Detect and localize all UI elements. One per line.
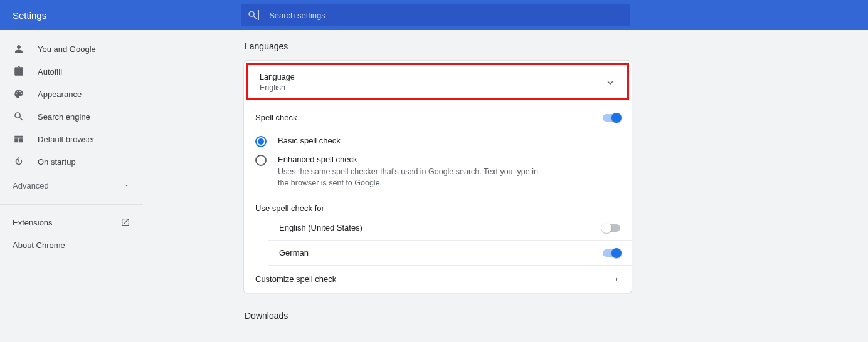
- chevron-right-icon: [613, 276, 620, 283]
- radio-icon: [255, 136, 267, 147]
- sidebar-item-default-browser[interactable]: Default browser: [0, 128, 143, 150]
- palette-icon: [13, 88, 25, 100]
- sidebar-item-label: Appearance: [38, 90, 82, 99]
- spellcheck-lang-row: English (United States): [268, 215, 632, 241]
- sidebar: You and Google Autofill Appearance Searc…: [0, 30, 143, 342]
- search-input[interactable]: [269, 11, 623, 20]
- spellcheck-lang-toggle[interactable]: [603, 249, 620, 257]
- advanced-label: Advanced: [13, 181, 49, 190]
- spellcheck-toggle[interactable]: [603, 114, 620, 122]
- sidebar-item-appearance[interactable]: Appearance: [0, 83, 143, 105]
- customize-spellcheck-label: Customize spell check: [255, 274, 336, 284]
- spellcheck-row: Spell check: [244, 103, 632, 122]
- divider: [0, 204, 143, 205]
- customize-spellcheck-row[interactable]: Customize spell check: [244, 266, 632, 293]
- search-icon: [247, 9, 258, 21]
- page-title: Settings: [10, 10, 46, 21]
- enhanced-spellcheck-desc: Uses the same spell checker that's used …: [278, 167, 541, 189]
- caret-down-icon: [123, 182, 130, 189]
- search-box[interactable]: [241, 4, 630, 26]
- spellcheck-title: Spell check: [255, 113, 297, 122]
- power-icon: [13, 155, 25, 168]
- main-content: Languages Language English Spell check B…: [143, 30, 868, 342]
- section-title-languages: Languages: [243, 41, 868, 51]
- search-icon: [13, 110, 25, 123]
- spellcheck-lang-toggle[interactable]: [603, 224, 620, 232]
- language-value: English: [260, 83, 295, 92]
- language-label: Language: [260, 73, 295, 81]
- spellcheck-lang-name: English (United States): [279, 223, 363, 232]
- browser-icon: [13, 133, 25, 145]
- sidebar-item-label: On startup: [38, 157, 76, 167]
- radio-icon: [255, 155, 267, 166]
- sidebar-item-extensions[interactable]: Extensions: [0, 211, 143, 234]
- sidebar-item-autofill[interactable]: Autofill: [0, 60, 143, 83]
- sidebar-item-advanced[interactable]: Advanced: [0, 173, 143, 198]
- sidebar-item-you-and-google[interactable]: You and Google: [0, 38, 143, 60]
- spellcheck-lang-name: German: [279, 248, 309, 257]
- sidebar-item-label: Default browser: [38, 135, 95, 144]
- header-bar: Settings: [0, 0, 868, 30]
- input-cursor: [258, 10, 259, 20]
- basic-spellcheck-label: Basic spell check: [278, 136, 341, 145]
- about-label: About Chrome: [13, 241, 65, 250]
- sidebar-item-label: You and Google: [38, 44, 96, 54]
- sidebar-item-about[interactable]: About Chrome: [0, 234, 143, 256]
- basic-spellcheck-radio[interactable]: Basic spell check: [255, 132, 620, 151]
- spellcheck-lang-row: German: [268, 241, 632, 266]
- external-link-icon: [120, 217, 130, 227]
- person-icon: [13, 43, 25, 55]
- enhanced-spellcheck-label: Enhanced spell check: [278, 155, 541, 164]
- chevron-down-icon: [605, 77, 616, 88]
- languages-card: Language English Spell check Basic spell…: [243, 60, 632, 293]
- sidebar-item-label: Autofill: [38, 67, 62, 76]
- clipboard-icon: [13, 65, 25, 78]
- sidebar-item-on-startup[interactable]: On startup: [0, 150, 143, 173]
- sidebar-item-search-engine[interactable]: Search engine: [0, 105, 143, 128]
- language-selector[interactable]: Language English: [246, 63, 629, 100]
- use-spellcheck-for-label: Use spell check for: [244, 196, 632, 215]
- sidebar-item-label: Search engine: [38, 112, 90, 122]
- section-title-downloads: Downloads: [243, 311, 868, 321]
- enhanced-spellcheck-radio[interactable]: Enhanced spell check Uses the same spell…: [255, 151, 620, 192]
- extensions-label: Extensions: [13, 218, 53, 227]
